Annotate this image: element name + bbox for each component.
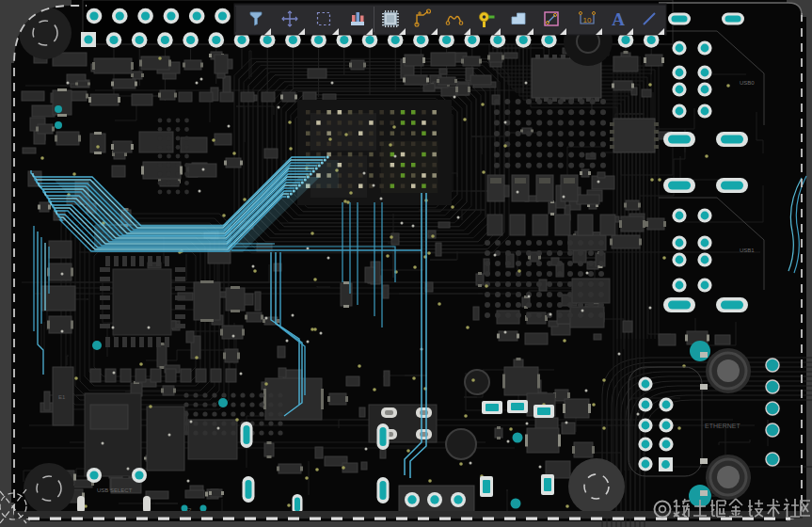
svg-text:USB SELECT: USB SELECT: [97, 487, 133, 493]
svg-text:A: A: [612, 9, 625, 29]
svg-text:E1: E1: [58, 394, 66, 400]
svg-text:USB0: USB0: [740, 80, 755, 86]
svg-text:ETHERNET: ETHERNET: [705, 423, 740, 429]
svg-text:10: 10: [583, 16, 592, 24]
svg-text:USB1: USB1: [740, 248, 755, 253]
